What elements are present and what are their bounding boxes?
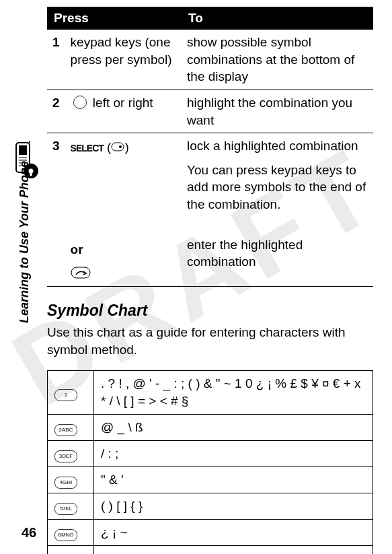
header-to: To	[182, 7, 373, 30]
svg-point-11	[119, 145, 122, 148]
chart-row: 1. ? ! , @ ' - _ : ; ( ) & " ~ 1 0 ¿ ¡ %…	[48, 371, 373, 414]
keycap-icon: 3DEF	[54, 450, 77, 462]
symbol-chart-table: 1. ? ! , @ ' - _ : ; ( ) & " ~ 1 0 ¿ ¡ %…	[47, 370, 373, 554]
chart-symbols: @ _ \ ß	[94, 414, 373, 440]
keycap-icon: 1	[54, 389, 77, 401]
chart-row: 4GHI" & '	[48, 466, 373, 493]
keycap-icon: 6MNO	[54, 529, 77, 541]
row-press: keypad keys (one press per symbol)	[65, 30, 182, 90]
chart-row: 2ABC@ _ \ ß	[48, 414, 373, 440]
row-to-b: You can press keypad keys to add more sy…	[187, 162, 368, 213]
row-to: highlight the combination you want	[182, 90, 373, 133]
chart-key: 1	[48, 371, 94, 414]
row-to-a: lock a highlighted combination	[187, 137, 368, 155]
chart-symbols: . ? ! , @ ' - _ : ; ( ) & " ~ 1 0 ¿ ¡ % …	[94, 371, 373, 414]
chart-key: 2ABC	[48, 414, 94, 440]
press-to-table: Press To 1 keypad keys (one press per sy…	[47, 7, 373, 287]
chart-key: 3DEF	[48, 440, 94, 466]
send-key-icon	[71, 265, 91, 279]
table-row: 1 keypad keys (one press per symbol) sho…	[47, 30, 373, 90]
row-to-c: enter the highlighted combination	[187, 236, 368, 271]
row-press: SELECT () or	[65, 133, 182, 287]
chart-symbols: / : ;	[94, 440, 373, 466]
chart-symbols: ¿ ¡ ~	[94, 519, 373, 545]
keycap-icon: 4GHI	[54, 477, 77, 489]
row-index: 1	[47, 30, 65, 90]
svg-rect-10	[112, 143, 124, 151]
chart-row: 5JKL( ) [ ] { }	[48, 493, 373, 519]
nav-circle-icon	[73, 96, 87, 109]
row-to: lock a highlighted combination You can p…	[182, 133, 373, 287]
section-title: Symbol Chart	[47, 302, 373, 320]
table-row: 2 left or right highlight the combinatio…	[47, 90, 373, 133]
svg-rect-12	[71, 267, 90, 278]
table-row: 3 SELECT () or lock a highlighted combin…	[47, 133, 373, 287]
header-press: Press	[47, 7, 182, 30]
chart-symbols: " & '	[94, 466, 373, 493]
section-desc: Use this chart as a guide for entering c…	[47, 324, 373, 358]
select-label: SELECT	[71, 143, 104, 153]
softkey-icon: ()	[107, 140, 129, 154]
row-index: 2	[47, 90, 65, 133]
keycap-icon: 5JKL	[54, 503, 77, 515]
chart-key: 7PQRS	[48, 545, 94, 554]
keycap-icon: 2ABC	[54, 424, 77, 436]
chart-row: 6MNO¿ ¡ ~	[48, 519, 373, 545]
row-press: left or right	[65, 90, 182, 133]
chart-row: 3DEF/ : ;	[48, 440, 373, 466]
row-press-text: left or right	[93, 96, 153, 110]
chart-key: 4GHI	[48, 466, 94, 493]
chart-symbols: ( ) [ ] { }	[94, 493, 373, 519]
row-index: 3	[47, 133, 65, 287]
chart-symbols: < > =	[94, 545, 373, 554]
chart-key: 5JKL	[48, 493, 94, 519]
or-label: or	[71, 238, 176, 263]
chart-row: 7PQRS< > =	[48, 545, 373, 554]
chart-key: 6MNO	[48, 519, 94, 545]
row-to: show possible symbol combinations at the…	[182, 30, 373, 90]
